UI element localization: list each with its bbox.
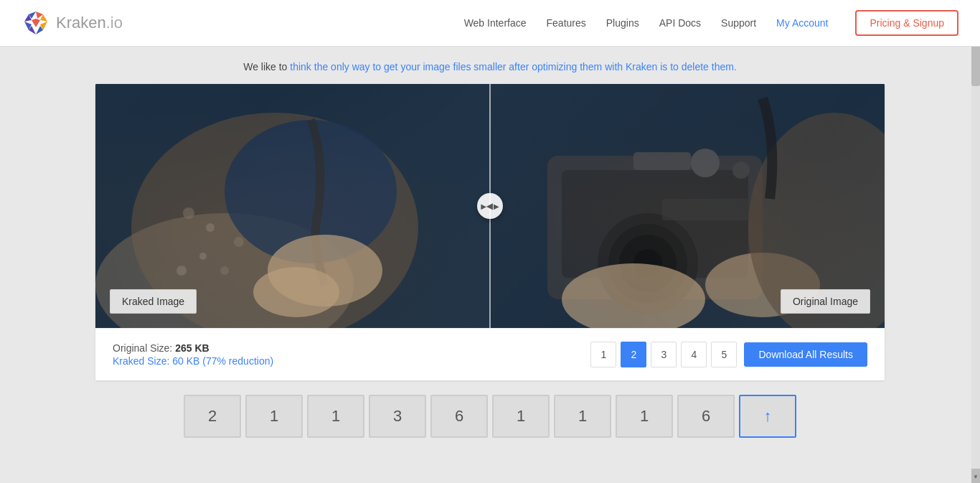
play-icon: ◀: [481, 201, 493, 211]
original-size-label: Original Size: 265 KB: [113, 342, 209, 354]
tagline-link[interactable]: think the only way to get your image fil…: [290, 61, 737, 72]
original-size-value: 265 KB: [175, 342, 209, 354]
kraken-logo-icon: [22, 9, 50, 37]
arrow-down-icon: [973, 472, 979, 480]
header: Kraken.io Web Interface Features Plugins…: [0, 0, 980, 47]
kraked-size-link[interactable]: Kraked Size: 60 KB (77% reduction): [113, 355, 273, 367]
thumbnail-strip: 2 1 1 3 6 1 1 1 6 ↑: [95, 380, 885, 445]
size-stats: Original Size: 265 KB Kraked Size: 60 KB…: [113, 342, 273, 367]
thumbnail-1[interactable]: 1: [245, 395, 303, 438]
pagination-and-download: 1 2 3 4 5 Download All Results: [590, 342, 867, 367]
nav-web-interface[interactable]: Web Interface: [464, 17, 527, 29]
thumbnail-8[interactable]: 6: [677, 395, 735, 438]
thumbnail-4[interactable]: 6: [430, 395, 488, 438]
nav-features[interactable]: Features: [547, 17, 586, 29]
play-icon-right: ▶: [494, 202, 499, 210]
svg-point-15: [206, 223, 215, 232]
nav-plugins[interactable]: Plugins: [606, 17, 639, 29]
svg-rect-27: [633, 152, 691, 170]
scroll-down-button[interactable]: [971, 469, 980, 483]
thumbnail-3[interactable]: 3: [369, 395, 426, 438]
logo-text: Kraken.io: [56, 14, 123, 32]
thumbnail-6[interactable]: 1: [554, 395, 611, 438]
pricing-signup-button[interactable]: Pricing & Signup: [855, 10, 958, 36]
kraked-image-label: Kraked Image: [110, 289, 197, 314]
kraked-size-label: Kraked Size:: [113, 355, 169, 367]
original-image-panel: Original Image: [490, 84, 885, 328]
svg-point-26: [732, 161, 750, 179]
svg-point-25: [691, 149, 720, 177]
page-5-button[interactable]: 5: [711, 342, 737, 367]
tagline: We like to think the only way to get you…: [95, 61, 885, 72]
thumbnail-5[interactable]: 1: [492, 395, 550, 438]
compare-divider-handle[interactable]: ◀ ▶: [477, 193, 503, 219]
svg-point-17: [199, 253, 207, 260]
svg-point-16: [234, 237, 244, 247]
nav-my-account[interactable]: My Account: [776, 17, 828, 29]
svg-rect-32: [662, 199, 748, 220]
svg-marker-5: [32, 19, 40, 27]
image-compare[interactable]: Kraked Image ◀ ▶: [95, 84, 885, 328]
scrollbar-track: [971, 0, 980, 483]
svg-point-19: [176, 266, 187, 276]
nav-support[interactable]: Support: [721, 17, 756, 29]
thumbnail-2[interactable]: 1: [307, 395, 364, 438]
scrollbar-thumb[interactable]: [971, 43, 980, 86]
thumbnail-0[interactable]: 2: [184, 395, 241, 438]
kraked-image-panel: Kraked Image: [95, 84, 490, 328]
svg-point-21: [253, 267, 339, 317]
kraked-size-value: 60 KB (77% reduction): [172, 355, 273, 367]
page-4-button[interactable]: 4: [681, 342, 707, 367]
nav-api-docs[interactable]: API Docs: [659, 17, 701, 29]
logo[interactable]: Kraken.io: [22, 9, 123, 37]
page-3-button[interactable]: 3: [651, 342, 677, 367]
page-2-button[interactable]: 2: [621, 342, 646, 367]
thumbnail-9[interactable]: ↑: [739, 395, 796, 438]
stats-bar: Original Size: 265 KB Kraked Size: 60 KB…: [95, 328, 885, 380]
main-nav: Web Interface Features Plugins API Docs …: [464, 10, 958, 36]
thumbnail-7[interactable]: 1: [616, 395, 673, 438]
original-image-label: Original Image: [781, 289, 870, 314]
image-compare-wrapper: Kraked Image ◀ ▶: [95, 84, 885, 380]
page-1-button[interactable]: 1: [590, 342, 616, 367]
svg-point-14: [183, 207, 194, 219]
svg-point-18: [220, 266, 229, 275]
main-content: We like to think the only way to get you…: [95, 47, 885, 459]
download-all-button[interactable]: Download All Results: [744, 342, 867, 367]
